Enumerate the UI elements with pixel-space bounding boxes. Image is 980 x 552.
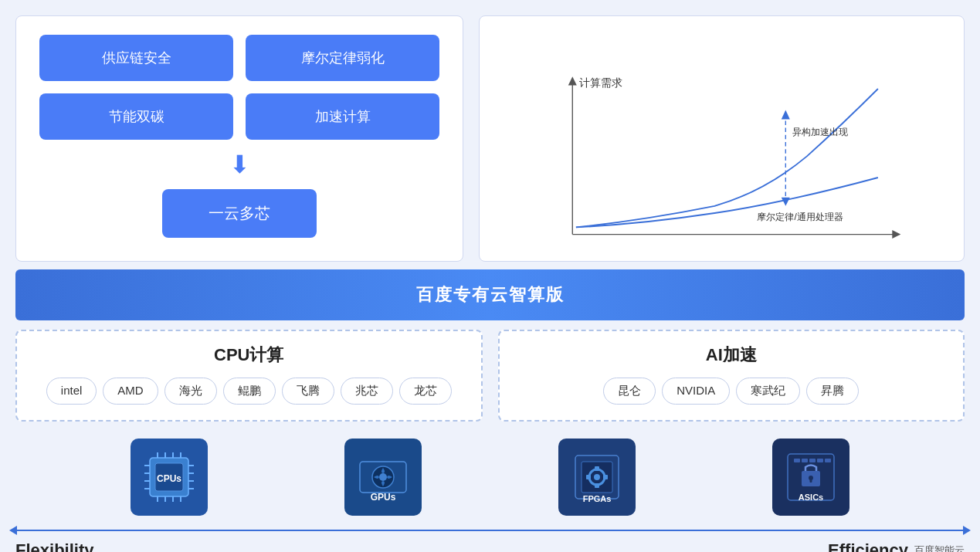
right-panel: 计算需求 异构加速出现 摩尔定律/通用处理器 xyxy=(479,15,965,262)
top-section: 供应链安全 摩尔定律弱化 节能双碳 加速计算 ⬇ 一云多芯 xyxy=(0,0,980,269)
ai-card-title: AI加速 xyxy=(515,344,948,367)
chip-kunpeng: 鲲鹏 xyxy=(223,378,276,405)
arrow-line-container xyxy=(15,525,965,536)
flexibility-label: Flexibility xyxy=(15,540,93,552)
ai-chips-row: 昆仑 NVIDIA 寒武纪 昇腾 xyxy=(515,378,948,405)
chip-nvidia: NVIDIA xyxy=(662,378,730,405)
chip-cambricon: 寒武纪 xyxy=(736,378,800,405)
arrow-right-icon xyxy=(963,526,971,535)
accelerate-button[interactable]: 加速计算 xyxy=(246,93,439,140)
svg-text:ASICs: ASICs xyxy=(799,493,823,502)
one-cloud-multi-chip-button[interactable]: 一云多芯 xyxy=(162,189,317,238)
button-grid: 供应链安全 摩尔定律弱化 节能双碳 加速计算 xyxy=(39,35,439,140)
efficiency-label: Efficiency xyxy=(828,540,908,552)
svg-marker-3 xyxy=(892,230,900,239)
asic-icon: ASICs xyxy=(772,439,849,516)
svg-rect-46 xyxy=(817,459,823,462)
svg-point-36 xyxy=(594,474,600,480)
chip-zhaoxin: 兆芯 xyxy=(341,378,393,405)
chip-ascend: 昇腾 xyxy=(806,378,859,405)
svg-text:CPUs: CPUs xyxy=(157,473,181,484)
svg-point-31 xyxy=(379,473,387,481)
cpu-chips-row: intel AMD 海光 鲲鹏 飞腾 兆芯 龙芯 xyxy=(32,378,466,405)
bottom-labels: Flexibility Efficiency 百度智能云 xyxy=(15,540,965,552)
baidu-cloud-label: 百度智能云 xyxy=(914,544,965,552)
hardware-icons-section: CPUs GPUs xyxy=(0,431,980,525)
banner-title: 百度专有云智算版 xyxy=(416,285,565,304)
svg-rect-38 xyxy=(595,483,599,488)
cards-section: CPU计算 intel AMD 海光 鲲鹏 飞腾 兆芯 龙芯 AI加速 昆仑 N… xyxy=(0,320,980,431)
chip-loongson: 龙芯 xyxy=(399,378,452,405)
svg-marker-5 xyxy=(782,110,790,120)
svg-rect-39 xyxy=(586,475,591,479)
ai-card: AI加速 昆仑 NVIDIA 寒武纪 昇腾 xyxy=(498,330,965,422)
svg-text:FPGAs: FPGAs xyxy=(583,494,612,503)
svg-rect-45 xyxy=(809,459,816,462)
cpu-icon: CPUs xyxy=(131,439,208,516)
arrow-line xyxy=(15,530,965,531)
chip-feiteng: 飞腾 xyxy=(282,378,334,405)
chip-kunlun: 昆仑 xyxy=(603,378,656,405)
svg-text:摩尔定律/通用处理器: 摩尔定律/通用处理器 xyxy=(758,212,843,222)
svg-rect-44 xyxy=(802,459,808,462)
chart: 计算需求 异构加速出现 摩尔定律/通用处理器 xyxy=(495,71,948,249)
gpu-icon: GPUs xyxy=(344,439,422,516)
down-arrow-icon: ⬇ xyxy=(229,152,250,177)
svg-text:GPUs: GPUs xyxy=(371,492,396,503)
bottom-bar-wrapper: Flexibility Efficiency 百度智能云 xyxy=(0,525,980,552)
svg-rect-47 xyxy=(825,459,831,462)
main-container: 供应链安全 摩尔定律弱化 节能双碳 加速计算 ⬇ 一云多芯 xyxy=(0,0,980,552)
svg-text:异构加速出现: 异构加速出现 xyxy=(793,127,849,137)
cpu-card: CPU计算 intel AMD 海光 鲲鹏 飞腾 兆芯 龙芯 xyxy=(15,330,483,422)
fpga-icon: FPGAs xyxy=(558,439,636,516)
chip-intel: intel xyxy=(46,378,97,405)
energy-saving-button[interactable]: 节能双碳 xyxy=(39,93,233,140)
banner: 百度专有云智算版 xyxy=(15,269,965,320)
chip-amd: AMD xyxy=(103,378,158,405)
right-labels: Efficiency 百度智能云 xyxy=(828,540,965,552)
chip-haiguang: 海光 xyxy=(164,378,217,405)
left-panel: 供应链安全 摩尔定律弱化 节能双碳 加速计算 ⬇ 一云多芯 xyxy=(15,15,463,262)
arrow-left-icon xyxy=(9,526,17,535)
svg-rect-40 xyxy=(603,475,608,479)
svg-text:计算需求: 计算需求 xyxy=(580,77,623,89)
supply-chain-button[interactable]: 供应链安全 xyxy=(39,35,233,81)
moores-law-button[interactable]: 摩尔定律弱化 xyxy=(246,35,439,81)
svg-marker-6 xyxy=(782,198,790,206)
svg-rect-43 xyxy=(794,459,800,462)
svg-rect-37 xyxy=(595,466,599,471)
svg-marker-2 xyxy=(568,76,577,85)
cpu-card-title: CPU计算 xyxy=(32,344,466,367)
svg-rect-50 xyxy=(810,479,812,483)
